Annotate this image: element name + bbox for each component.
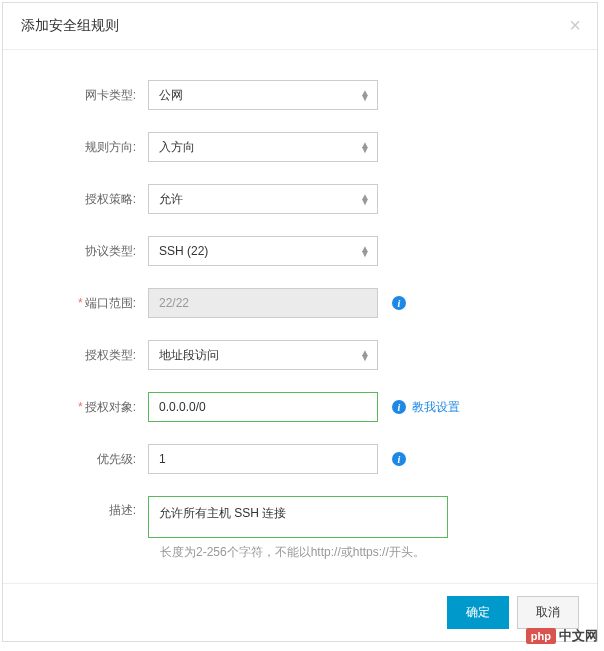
auth-type-select[interactable]: 地址段访问 <box>148 340 378 370</box>
policy-select[interactable]: 允许 <box>148 184 378 214</box>
watermark: php 中文网 <box>526 627 598 645</box>
description-textarea[interactable] <box>148 496 448 538</box>
port-range-row: *端口范围: i <box>43 288 557 318</box>
modal-body: 网卡类型: 公网 ▲▼ 规则方向: 入方向 ▲▼ 授权策略: 允许 <box>3 50 597 581</box>
required-marker: * <box>78 400 83 414</box>
direction-row: 规则方向: 入方向 ▲▼ <box>43 132 557 162</box>
protocol-label: 协议类型: <box>43 243 148 260</box>
port-range-label: *端口范围: <box>43 295 148 312</box>
watermark-badge: php <box>526 628 556 644</box>
description-label: 描述: <box>43 496 148 519</box>
cancel-button[interactable]: 取消 <box>517 596 579 629</box>
auth-type-row: 授权类型: 地址段访问 ▲▼ <box>43 340 557 370</box>
modal-footer: 确定 取消 <box>3 583 597 641</box>
direction-select[interactable]: 入方向 <box>148 132 378 162</box>
modal-title: 添加安全组规则 <box>21 17 579 35</box>
info-icon[interactable]: i <box>392 400 406 414</box>
auth-object-input[interactable] <box>148 392 378 422</box>
nic-type-select[interactable]: 公网 <box>148 80 378 110</box>
auth-object-label: *授权对象: <box>43 399 148 416</box>
nic-type-label: 网卡类型: <box>43 87 148 104</box>
protocol-select[interactable]: SSH (22) <box>148 236 378 266</box>
priority-label: 优先级: <box>43 451 148 468</box>
policy-row: 授权策略: 允许 ▲▼ <box>43 184 557 214</box>
protocol-row: 协议类型: SSH (22) ▲▼ <box>43 236 557 266</box>
description-row: 描述: <box>43 496 557 538</box>
info-icon[interactable]: i <box>392 452 406 466</box>
priority-row: 优先级: i <box>43 444 557 474</box>
close-icon[interactable]: × <box>569 15 581 35</box>
nic-type-row: 网卡类型: 公网 ▲▼ <box>43 80 557 110</box>
info-icon[interactable]: i <box>392 296 406 310</box>
port-range-input <box>148 288 378 318</box>
modal-header: 添加安全组规则 × <box>3 3 597 50</box>
direction-label: 规则方向: <box>43 139 148 156</box>
required-marker: * <box>78 296 83 310</box>
security-rule-modal: 添加安全组规则 × 网卡类型: 公网 ▲▼ 规则方向: 入方向 ▲▼ 授权策略: <box>2 2 598 642</box>
auth-type-label: 授权类型: <box>43 347 148 364</box>
help-link[interactable]: 教我设置 <box>412 399 460 416</box>
priority-input[interactable] <box>148 444 378 474</box>
policy-label: 授权策略: <box>43 191 148 208</box>
description-hint: 长度为2-256个字符，不能以http://或https://开头。 <box>160 544 557 561</box>
confirm-button[interactable]: 确定 <box>447 596 509 629</box>
auth-object-row: *授权对象: i 教我设置 <box>43 392 557 422</box>
watermark-text: 中文网 <box>559 627 598 645</box>
